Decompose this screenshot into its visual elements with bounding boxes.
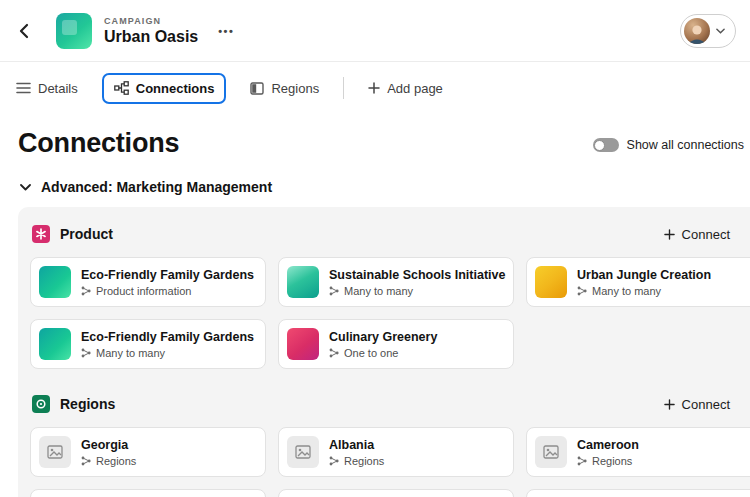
connect-label: Connect (682, 397, 730, 412)
relationship-icon (329, 456, 339, 466)
card-subtitle: One to one (344, 347, 398, 359)
show-all-connections-toggle-group: Show all connections (593, 138, 744, 152)
card-subtitle: Many to many (592, 285, 661, 297)
card-title: Albania (329, 438, 384, 452)
connections-panel: Product Connect Eco-Friendly Family Gard… (18, 207, 750, 497)
card-title: Eco-Friendly Family Gardens (81, 268, 254, 282)
page-tabbar: Details Connections Regions Add page (0, 62, 750, 114)
more-options-button[interactable]: ••• (212, 21, 240, 41)
card-partial[interactable] (278, 489, 514, 497)
plus-icon (664, 229, 675, 240)
connection-card[interactable]: Georgia Regions (30, 427, 266, 477)
section-title: Advanced: Marketing Management (41, 179, 272, 195)
connect-label: Connect (682, 227, 730, 242)
chevron-down-icon (716, 28, 725, 34)
card-title: Urban Jungle Creation (577, 268, 711, 282)
card-subtitle: Regions (344, 455, 384, 467)
card-thumbnail (287, 266, 319, 298)
card-subtitle: Many to many (96, 347, 165, 359)
connections-icon (114, 81, 129, 95)
app-header: CAMPAIGN Urban Oasis ••• (0, 0, 750, 62)
connection-card[interactable]: Eco-Friendly Family Gardens Many to many (30, 319, 266, 369)
tabbar-divider (343, 77, 344, 99)
connection-card[interactable]: Albania Regions (278, 427, 514, 477)
card-subtitle: Regions (592, 455, 632, 467)
campaign-thumbnail (56, 13, 92, 49)
add-page-label: Add page (387, 81, 443, 96)
card-subtitle: Many to many (344, 285, 413, 297)
relationship-icon (81, 348, 91, 358)
image-placeholder-icon (535, 436, 567, 468)
tab-regions-label: Regions (271, 81, 319, 96)
tab-details-label: Details (38, 81, 78, 96)
tab-connections-label: Connections (136, 81, 215, 96)
connection-card[interactable]: Sustainable Schools Initiative Many to m… (278, 257, 514, 307)
relationship-icon (329, 286, 339, 296)
plus-icon (664, 399, 675, 410)
connection-card[interactable]: Urban Jungle Creation Many to many (526, 257, 750, 307)
list-icon (16, 82, 31, 94)
card-title: Sustainable Schools Initiative (329, 268, 505, 282)
show-all-connections-switch[interactable] (593, 138, 619, 152)
group-title: Regions (60, 396, 115, 412)
show-all-connections-label: Show all connections (627, 138, 744, 152)
tab-details[interactable]: Details (16, 81, 78, 96)
relationship-icon (577, 456, 587, 466)
group-header-regions: Regions Connect (30, 391, 750, 427)
account-menu[interactable] (680, 14, 736, 48)
card-thumbnail (535, 266, 567, 298)
connection-card[interactable]: Cameroon Regions (526, 427, 750, 477)
image-placeholder-icon (39, 436, 71, 468)
tab-regions[interactable]: Regions (250, 81, 319, 96)
group-title: Product (60, 226, 113, 242)
group-header-product: Product Connect (30, 221, 750, 257)
connect-button-product[interactable]: Connect (664, 227, 730, 242)
card-subtitle: Regions (96, 455, 136, 467)
campaign-meta: CAMPAIGN Urban Oasis (104, 16, 198, 46)
chevron-left-icon (18, 23, 29, 39)
connect-button-regions[interactable]: Connect (664, 397, 730, 412)
add-page-button[interactable]: Add page (368, 81, 443, 96)
card-partial[interactable] (526, 489, 750, 497)
regions-badge-icon (32, 395, 50, 413)
card-title: Cameroon (577, 438, 639, 452)
section-advanced-marketing[interactable]: Advanced: Marketing Management (18, 179, 750, 195)
relationship-icon (81, 286, 91, 296)
card-title: Georgia (81, 438, 136, 452)
relationship-icon (81, 456, 91, 466)
card-thumbnail (287, 328, 319, 360)
relationship-icon (577, 286, 587, 296)
campaign-title: Urban Oasis (104, 28, 198, 46)
card-thumbnail (39, 328, 71, 360)
card-title: Culinary Greenery (329, 330, 437, 344)
avatar (684, 18, 710, 44)
product-badge-icon (32, 225, 50, 243)
back-button[interactable] (18, 15, 44, 47)
plus-icon (368, 82, 380, 94)
campaign-eyebrow: CAMPAIGN (104, 16, 198, 26)
connection-card[interactable]: Culinary Greenery One to one (278, 319, 514, 369)
connection-card[interactable]: Eco-Friendly Family Gardens Product info… (30, 257, 266, 307)
card-partial[interactable] (30, 489, 266, 497)
card-title: Eco-Friendly Family Gardens (81, 330, 254, 344)
card-thumbnail (39, 266, 71, 298)
chevron-down-icon (20, 184, 31, 191)
card-subtitle: Product information (96, 285, 191, 297)
relationship-icon (329, 348, 339, 358)
regions-cards-grid-partial (30, 489, 750, 497)
product-cards-grid: Eco-Friendly Family Gardens Product info… (30, 257, 750, 369)
main-content: Connections Show all connections Advance… (0, 128, 750, 497)
page-title: Connections (18, 128, 179, 159)
switch-knob (594, 140, 605, 151)
image-placeholder-icon (287, 436, 319, 468)
tab-connections[interactable]: Connections (102, 73, 227, 104)
regions-cards-grid: Georgia Regions Albania (30, 427, 750, 477)
regions-tab-icon (250, 82, 264, 95)
